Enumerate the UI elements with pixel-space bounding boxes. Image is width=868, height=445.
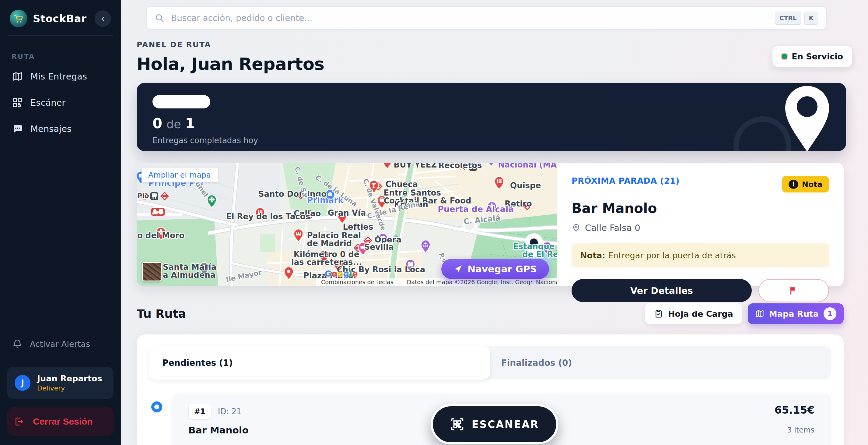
svg-text:o del Moro: o del Moro: [137, 231, 184, 240]
search-icon: [155, 13, 164, 23]
map-attribution: Combinaciones de teclas Datos del mapa ©…: [316, 278, 557, 286]
qr-icon: [11, 97, 23, 109]
satellite-thumbnail[interactable]: [142, 262, 162, 281]
user-info: Juan Repartos Delivery: [37, 374, 102, 392]
order-position-badge: #1: [188, 404, 211, 419]
sidebar-item-mis-entregas[interactable]: Mis Entregas: [7, 63, 114, 90]
header-eyebrow: PANEL DE RUTA: [137, 40, 324, 49]
search-input[interactable]: [170, 13, 772, 24]
map-route-count-badge: 1: [824, 307, 836, 320]
progress-hero-card: 0 de 1 Entregas completadas hoy: [137, 83, 846, 151]
note-badge: ! Nota: [782, 176, 829, 192]
load-sheet-button[interactable]: Hoja de Carga: [645, 303, 742, 324]
progress-bar: [153, 95, 210, 109]
activate-alerts-button[interactable]: Activar Alertas: [7, 333, 114, 359]
load-sheet-label: Hoja de Carga: [668, 309, 733, 319]
count-separator: de: [166, 118, 181, 131]
topbar: CTRL K: [146, 6, 827, 30]
map-shortcuts-link[interactable]: Combinaciones de teclas: [321, 279, 394, 286]
user-card[interactable]: J Juan Repartos Delivery: [7, 367, 114, 399]
svg-text:A-5: A-5: [153, 209, 163, 215]
count-done: 0: [153, 115, 162, 131]
map-expand-link[interactable]: Ampliar el mapa: [142, 168, 218, 182]
svg-text:a Almudena: a Almudena: [163, 270, 215, 279]
sidebar-spacer: [7, 142, 114, 333]
route-header: Tu Ruta Hoja de Carga Mapa Ruta 1: [137, 303, 844, 324]
svg-text:Chueca: Chueca: [385, 180, 418, 189]
next-stop-name: Bar Manolo: [571, 200, 829, 216]
sidebar-divider: [8, 35, 113, 36]
app-root: StockBar ‹ RUTA Mis Entregas Escáner: [0, 0, 868, 445]
page-title: Hola, Juan Repartos: [137, 54, 324, 74]
logout-label: Cerrar Sesión: [33, 416, 93, 427]
delivery-count: 0 de 1: [153, 115, 830, 131]
scan-button[interactable]: ESCANEAR: [431, 404, 558, 444]
logout-icon: [13, 416, 25, 427]
svg-text:Pío: Pío: [137, 192, 149, 200]
tab-pendientes[interactable]: Pendientes (1): [149, 346, 490, 380]
sidebar-header: StockBar ‹: [7, 8, 114, 35]
kbd-k: K: [804, 11, 818, 24]
sidebar-collapse-button[interactable]: ‹: [95, 10, 111, 27]
next-stop-panel: PRÓXIMA PARADA (21) ! Nota Bar Manolo Ca…: [557, 162, 844, 286]
main-content: CTRL K PANEL DE RUTA Hola, Juan Repartos…: [121, 0, 868, 445]
header-titles: PANEL DE RUTA Hola, Juan Repartos: [137, 40, 324, 74]
sidebar-item-escaner[interactable]: Escáner: [7, 90, 114, 116]
page-header: PANEL DE RUTA Hola, Juan Repartos En Ser…: [137, 40, 852, 74]
user-role: Delivery: [37, 384, 102, 392]
sidebar-section-label: RUTA: [11, 53, 109, 60]
tab-finalizados[interactable]: Finalizados (0): [490, 346, 583, 380]
order-price: 65.15€: [775, 404, 814, 416]
logout-button[interactable]: Cerrar Sesión: [7, 407, 114, 436]
map-route-button[interactable]: Mapa Ruta 1: [748, 303, 844, 324]
view-details-button[interactable]: Ver Detalles: [571, 279, 752, 302]
alerts-label: Activar Alertas: [30, 339, 90, 349]
map-section: MMA-5Príncipe PíoPíoSanto DomingoPrimark…: [137, 162, 844, 286]
sidebar: StockBar ‹ RUTA Mis Entregas Escáner: [0, 0, 121, 445]
clipboard-icon: [654, 309, 663, 318]
svg-text:Lefties: Lefties: [343, 222, 373, 232]
exclamation-icon: !: [788, 180, 798, 189]
bell-icon: [11, 338, 23, 350]
navigation-arrow-icon: [454, 264, 463, 273]
search-bar: CTRL K: [146, 6, 827, 30]
chat-icon: [11, 123, 23, 135]
flag-button[interactable]: [758, 279, 829, 302]
order-name: Bar Manolo: [188, 424, 249, 436]
orders-tabbar: Pendientes (1) Finalizados (0): [149, 346, 832, 380]
svg-text:Nacional (MAN): Nacional (MAN): [498, 162, 557, 169]
svg-text:Gran Vía: Gran Vía: [328, 208, 366, 217]
navigate-gps-button[interactable]: Navegar GPS: [441, 259, 549, 279]
map-data-label: Datos del mapa ©2026 Google, Inst. Geogr…: [407, 279, 557, 286]
svg-text:Puerta de Alcalá: Puerta de Alcalá: [438, 204, 514, 214]
status-dot-icon: [781, 54, 787, 59]
sidebar-item-mensajes[interactable]: Mensajes: [7, 116, 114, 142]
avatar: J: [14, 375, 30, 391]
kbd-ctrl: CTRL: [775, 11, 801, 24]
map-route-label: Mapa Ruta: [769, 309, 819, 319]
svg-text:de El Retiro: de El Retiro: [522, 250, 557, 259]
cart-icon: [13, 13, 24, 24]
next-stop-address-row: Calle Falsa 0: [571, 222, 829, 233]
hero-caption: Entregas completadas hoy: [153, 136, 830, 145]
note-label: Nota:: [580, 251, 606, 260]
status-badge: En Servicio: [772, 46, 852, 67]
sidebar-divider: [8, 359, 113, 359]
note-badge-label: Nota: [802, 180, 823, 189]
next-stop-note: Nota: Entregar por la puerta de atrás: [571, 243, 829, 267]
sidebar-item-label: Mis Entregas: [30, 71, 87, 82]
note-text: Entregar por la puerta de atrás: [606, 251, 736, 260]
next-stop-address: Calle Falsa 0: [585, 222, 640, 233]
order-items-count: 3 items: [787, 426, 814, 434]
pin-outline-icon: [571, 223, 581, 232]
order-id: ID: 21: [218, 407, 242, 416]
map-icon: [11, 71, 23, 82]
route-title: Tu Ruta: [137, 307, 186, 320]
svg-text:de Madrid: de Madrid: [307, 239, 352, 248]
svg-text:El Rey de los Tacos: El Rey de los Tacos: [226, 212, 310, 221]
map-container[interactable]: MMA-5Príncipe PíoPíoSanto DomingoPrimark…: [137, 162, 557, 286]
next-stop-eyebrow: PRÓXIMA PARADA (21): [571, 176, 680, 185]
sidebar-item-label: Mensajes: [30, 124, 71, 134]
pending-ring-icon: [151, 402, 162, 412]
svg-text:Quispe: Quispe: [510, 181, 541, 190]
